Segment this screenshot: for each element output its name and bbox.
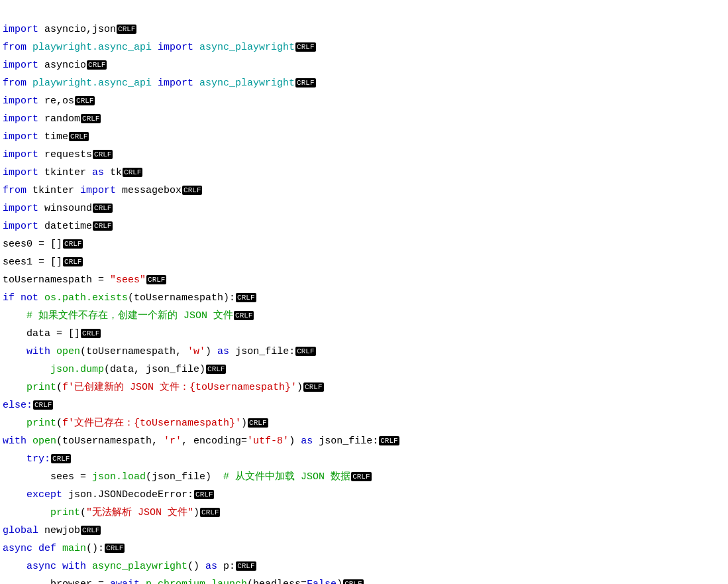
code-line: else:CRLF xyxy=(0,396,728,414)
token-kw: def xyxy=(32,543,56,554)
token-var: sees xyxy=(50,471,74,483)
token-str: 'utf-8' xyxy=(247,436,289,447)
crlf-badge: CRLF xyxy=(295,78,315,88)
token-var: [] xyxy=(50,257,62,268)
token-kw: import xyxy=(3,203,38,214)
code-line: import asyncio,jsonCRLF xyxy=(0,21,728,38)
crlf-badge: CRLF xyxy=(105,544,125,553)
token-indent xyxy=(3,579,50,584)
token-kw: await xyxy=(110,579,140,584)
code-line: import re,osCRLF xyxy=(0,92,728,110)
token-indent xyxy=(3,346,26,357)
code-line: async with async_playwright() as p:CRLF xyxy=(0,557,728,575)
token-var: tk xyxy=(104,167,122,178)
token-kw: from xyxy=(3,78,26,89)
token-fn: open xyxy=(50,346,80,357)
code-line: from playwright.async_api import async_p… xyxy=(0,74,728,92)
token-kw: import xyxy=(3,149,38,160)
token-var: (toUsernamespath): xyxy=(128,292,235,304)
token-var: ) xyxy=(205,346,211,357)
token-kw: except xyxy=(26,489,62,500)
token-kw: import xyxy=(74,185,116,196)
token-kw: async xyxy=(3,543,32,554)
token-var: (toUsernamespath, xyxy=(80,346,182,357)
code-line: except json.JSONDecodeError:CRLF xyxy=(0,486,728,504)
token-var: sees0 xyxy=(3,239,32,250)
code-line: data = []CRLF xyxy=(0,325,728,343)
token-indent xyxy=(3,489,26,500)
code-line: print("无法解析 JSON 文件")CRLF xyxy=(0,504,728,522)
code-line: print(f'文件已存在：{toUsernamespath}')CRLF xyxy=(0,414,728,432)
code-line: import asyncioCRLF xyxy=(0,56,728,74)
crlf-badge: CRLF xyxy=(93,204,113,213)
token-indent xyxy=(3,418,26,429)
token-var: winsound xyxy=(38,203,92,214)
token-var: (data, json_file) xyxy=(104,364,205,375)
code-line: from playwright.async_api import async_p… xyxy=(0,38,728,56)
crlf-badge: CRLF xyxy=(69,132,89,141)
token-kw: global xyxy=(3,525,38,536)
token-kw: as xyxy=(199,561,217,572)
token-indent xyxy=(3,561,26,572)
code-line: import tkinter as tkCRLF xyxy=(0,164,728,182)
token-var: ) xyxy=(337,579,342,584)
crlf-badge: CRLF xyxy=(81,114,101,123)
token-kw: as xyxy=(86,167,104,178)
token-kw: async xyxy=(26,561,56,572)
token-var: tkinter xyxy=(38,167,86,178)
token-kw: import xyxy=(152,78,193,89)
token-var: browser xyxy=(50,579,92,584)
token-param: False xyxy=(307,579,337,584)
token-kw: as xyxy=(211,346,229,357)
token-var: time xyxy=(38,131,68,143)
token-var: ) xyxy=(297,382,303,393)
crlf-badge: CRLF xyxy=(75,96,95,105)
crlf-badge: CRLF xyxy=(234,311,254,320)
token-var: ) xyxy=(193,507,199,518)
crlf-badge: CRLF xyxy=(81,329,101,338)
token-kw: with xyxy=(26,346,50,357)
token-var: asyncio,json xyxy=(38,24,116,35)
token-mod: async_playwright xyxy=(193,78,295,89)
token-var: toUsernamespath xyxy=(3,274,92,286)
code-line: import winsoundCRLF xyxy=(0,200,728,217)
code-line: with open(toUsernamespath, 'w') as json_… xyxy=(0,343,728,361)
crlf-badge: CRLF xyxy=(236,561,256,571)
code-line: # 如果文件不存在，创建一个新的 JSON 文件CRLF xyxy=(0,307,728,325)
crlf-badge: CRLF xyxy=(351,472,371,481)
token-kw: import xyxy=(3,221,38,232)
token-kw: import xyxy=(3,131,38,143)
token-var: sees1 xyxy=(3,257,32,268)
token-fn: open xyxy=(26,436,56,447)
token-var: requests xyxy=(38,149,92,160)
token-indent xyxy=(3,328,26,339)
crlf-badge: CRLF xyxy=(93,150,113,159)
token-kw: with xyxy=(3,436,26,447)
crlf-badge: CRLF xyxy=(248,418,268,428)
token-var: re,os xyxy=(38,95,74,107)
token-kw: else: xyxy=(3,400,32,411)
code-line: from tkinter import messageboxCRLF xyxy=(0,182,728,200)
token-var: json_file: xyxy=(313,436,378,447)
crlf-badge: CRLF xyxy=(63,257,83,266)
token-op: = xyxy=(92,579,110,584)
token-var: ( xyxy=(56,418,62,429)
crlf-badge: CRLF xyxy=(81,526,101,535)
crlf-badge: CRLF xyxy=(63,239,83,249)
token-op: = xyxy=(92,274,110,286)
code-editor: import asyncio,jsonCRLF from playwright.… xyxy=(0,0,728,584)
token-op: = xyxy=(74,471,92,483)
token-var: (): xyxy=(86,543,104,554)
token-kw: import xyxy=(3,60,38,71)
token-fn: json.dump xyxy=(50,364,104,375)
code-line: import randomCRLF xyxy=(0,110,728,128)
token-mod: playwright.async_api xyxy=(26,42,152,53)
token-fn: print xyxy=(26,418,56,429)
crlf-badge: CRLF xyxy=(33,400,53,410)
crlf-badge: CRLF xyxy=(295,347,315,356)
code-line: print(f'已创建新的 JSON 文件：{toUsernamespath}'… xyxy=(0,379,728,396)
crlf-badge: CRLF xyxy=(146,275,166,284)
crlf-badge: CRLF xyxy=(51,454,71,463)
token-var: (headless= xyxy=(247,579,307,584)
code-line: import requestsCRLF xyxy=(0,146,728,164)
